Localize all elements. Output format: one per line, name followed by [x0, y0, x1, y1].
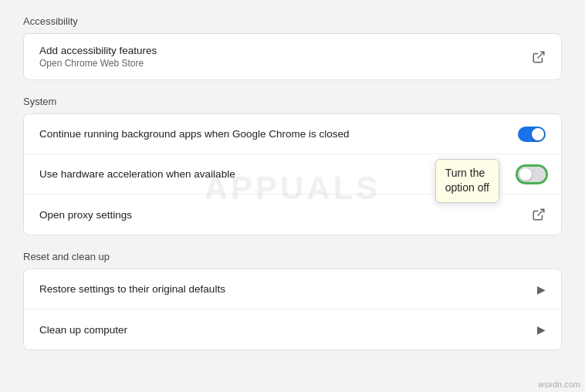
row-right-restore: ▶ [537, 283, 546, 296]
restore-settings-row[interactable]: Restore settings to their original defau… [24, 269, 561, 309]
chevron-right-icon-2: ▶ [537, 323, 546, 336]
accessibility-card: Add accessibility features Open Chrome W… [23, 33, 562, 80]
proxy-settings-label: Open proxy settings [39, 209, 132, 221]
chevron-right-icon: ▶ [537, 283, 546, 296]
hardware-accel-toggle[interactable] [518, 167, 546, 182]
add-accessibility-sublabel: Open Chrome Web Store [39, 58, 157, 69]
proxy-external-link-icon [532, 208, 546, 221]
row-right-toggle-off: Turn theoption off [518, 167, 546, 182]
accessibility-section: Accessibility Add accessibility features… [23, 15, 562, 80]
hardware-accel-label: Use hardware acceleration when available [39, 168, 235, 180]
system-card: Continue running background apps when Go… [23, 113, 562, 235]
row-right [532, 50, 546, 64]
row-text: Add accessibility features Open Chrome W… [39, 45, 157, 69]
background-apps-toggle[interactable] [518, 127, 546, 142]
accessibility-title: Accessibility [23, 15, 562, 27]
add-accessibility-row[interactable]: Add accessibility features Open Chrome W… [24, 34, 561, 79]
row-right-toggle-on [518, 127, 546, 142]
hardware-accel-row[interactable]: Use hardware acceleration when available… [24, 154, 561, 194]
svg-line-0 [538, 52, 544, 58]
system-section: System Continue running background apps … [23, 96, 562, 235]
reset-card: Restore settings to their original defau… [23, 269, 562, 350]
svg-line-1 [538, 209, 544, 215]
reset-title: Reset and clean up [23, 251, 562, 262]
system-title: System [23, 96, 562, 107]
background-apps-label: Continue running background apps when Go… [39, 128, 350, 140]
restore-settings-label: Restore settings to their original defau… [39, 283, 225, 295]
row-right-cleanup: ▶ [537, 323, 546, 336]
background-apps-row[interactable]: Continue running background apps when Go… [24, 114, 561, 154]
external-link-icon [532, 50, 546, 64]
wsxdn-badge: wsxdn.com [538, 380, 580, 389]
cleanup-computer-row[interactable]: Clean up computer ▶ [24, 309, 561, 350]
add-accessibility-label: Add accessibility features [39, 45, 157, 56]
reset-section: Reset and clean up Restore settings to t… [23, 251, 562, 350]
cleanup-computer-label: Clean up computer [39, 324, 127, 336]
row-right-proxy [532, 208, 546, 221]
tooltip-bubble: Turn theoption off [435, 159, 499, 203]
